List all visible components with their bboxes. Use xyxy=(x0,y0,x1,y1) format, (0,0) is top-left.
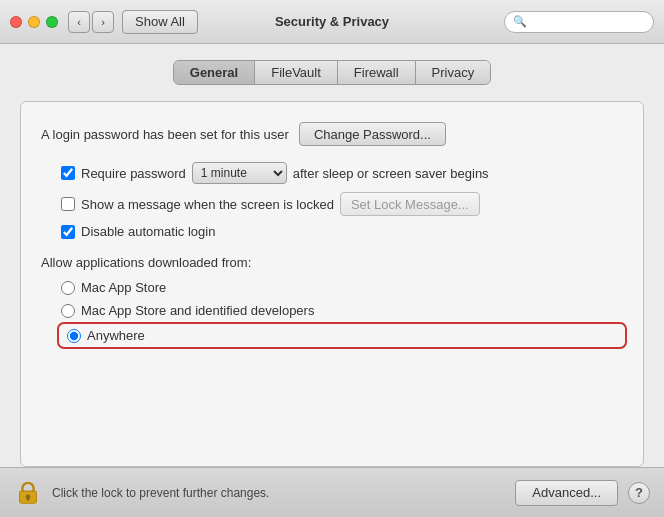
tab-firewall[interactable]: Firewall xyxy=(338,61,416,84)
search-icon: 🔍 xyxy=(513,15,527,28)
allow-apps-label: Allow applications downloaded from: xyxy=(41,255,623,270)
radio-anywhere-label: Anywhere xyxy=(87,328,145,343)
minimize-button[interactable] xyxy=(28,16,40,28)
help-button[interactable]: ? xyxy=(628,482,650,504)
search-input[interactable] xyxy=(531,15,645,29)
set-lock-message-button[interactable]: Set Lock Message... xyxy=(340,192,480,216)
show-all-button[interactable]: Show All xyxy=(122,10,198,34)
login-password-row: A login password has been set for this u… xyxy=(41,122,623,146)
radio-mac-app-store-identified[interactable] xyxy=(61,304,75,318)
disable-autologin-checkbox[interactable] xyxy=(61,225,75,239)
radio-mac-app-store-row: Mac App Store xyxy=(61,280,623,295)
tabs-container: General FileVault Firewall Privacy xyxy=(173,60,491,85)
disable-autologin-row: Disable automatic login xyxy=(61,224,623,239)
require-password-label: Require password xyxy=(81,166,186,181)
disable-autologin-label: Disable automatic login xyxy=(81,224,215,239)
general-panel: A login password has been set for this u… xyxy=(20,101,644,467)
download-source-radio-group: Mac App Store Mac App Store and identifi… xyxy=(61,280,623,345)
close-button[interactable] xyxy=(10,16,22,28)
radio-mac-app-store-identified-row: Mac App Store and identified developers xyxy=(61,303,623,318)
radio-mac-app-store-identified-label: Mac App Store and identified developers xyxy=(81,303,314,318)
options-section: Require password 1 minute 5 minutes 15 m… xyxy=(61,162,623,239)
radio-anywhere-row: Anywhere xyxy=(61,326,623,345)
password-interval-select[interactable]: 1 minute 5 minutes 15 minutes Immediatel… xyxy=(192,162,287,184)
require-password-checkbox[interactable] xyxy=(61,166,75,180)
maximize-button[interactable] xyxy=(46,16,58,28)
tab-filevault[interactable]: FileVault xyxy=(255,61,338,84)
traffic-lights xyxy=(10,16,58,28)
radio-anywhere[interactable] xyxy=(67,329,81,343)
require-password-row: Require password 1 minute 5 minutes 15 m… xyxy=(61,162,623,184)
login-password-text: A login password has been set for this u… xyxy=(41,127,289,142)
back-button[interactable]: ‹ xyxy=(68,11,90,33)
require-password-suffix: after sleep or screen saver begins xyxy=(293,166,489,181)
allow-apps-section: Allow applications downloaded from: Mac … xyxy=(41,255,623,345)
divider xyxy=(41,239,623,255)
show-message-row: Show a message when the screen is locked… xyxy=(61,192,623,216)
search-box[interactable]: 🔍 xyxy=(504,11,654,33)
content-area: General FileVault Firewall Privacy A log… xyxy=(0,44,664,467)
tab-bar: General FileVault Firewall Privacy xyxy=(20,60,644,85)
advanced-button[interactable]: Advanced... xyxy=(515,480,618,506)
tab-privacy[interactable]: Privacy xyxy=(416,61,491,84)
radio-mac-app-store[interactable] xyxy=(61,281,75,295)
forward-button[interactable]: › xyxy=(92,11,114,33)
lock-text: Click the lock to prevent further change… xyxy=(52,486,505,500)
tab-general[interactable]: General xyxy=(174,61,255,84)
lock-icon xyxy=(17,480,39,506)
svg-rect-2 xyxy=(27,496,30,500)
nav-buttons: ‹ › xyxy=(68,11,114,33)
show-message-checkbox[interactable] xyxy=(61,197,75,211)
change-password-button[interactable]: Change Password... xyxy=(299,122,446,146)
bottom-bar: Click the lock to prevent further change… xyxy=(0,467,664,517)
show-message-label: Show a message when the screen is locked xyxy=(81,197,334,212)
window-title: Security & Privacy xyxy=(275,14,389,29)
radio-mac-app-store-label: Mac App Store xyxy=(81,280,166,295)
lock-icon-container[interactable] xyxy=(14,479,42,507)
titlebar: ‹ › Show All Security & Privacy 🔍 xyxy=(0,0,664,44)
